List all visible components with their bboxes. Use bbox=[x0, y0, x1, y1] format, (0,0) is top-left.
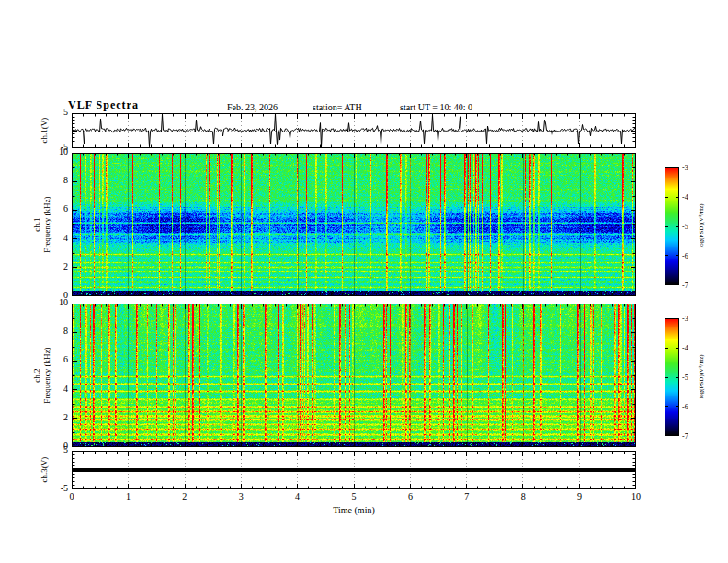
x-tick-label: 5 bbox=[352, 492, 357, 501]
vlf-plot-window: VLF Spectra Feb. 23, 2026 station= ATH s… bbox=[0, 0, 728, 563]
colorbar-tick-label: -3 bbox=[682, 315, 688, 323]
x-tick-label: 1 bbox=[126, 492, 131, 501]
colorbar-tick-label: -5 bbox=[682, 223, 688, 231]
ch1-waveform-plot bbox=[72, 113, 636, 148]
colorbar1-label: log(PSD)(V²/Hz) bbox=[697, 167, 707, 285]
colorbar-tick-label: -5 bbox=[682, 373, 688, 382]
start-ut-label: start UT = 10: 40: 0 bbox=[400, 102, 472, 112]
y-tick-label: 2 bbox=[63, 262, 68, 271]
plot-title: VLF Spectra bbox=[68, 98, 139, 112]
colorbar-tick-label: -4 bbox=[682, 344, 688, 352]
station-label: station= ATH bbox=[313, 102, 362, 112]
y-tick-label: 4 bbox=[63, 385, 68, 394]
colorbar-tick-label: -4 bbox=[682, 193, 688, 201]
y-tick-label: 10 bbox=[59, 298, 68, 307]
y-tick-label: 2 bbox=[63, 413, 68, 422]
x-tick-label: 6 bbox=[408, 492, 413, 501]
colorbar-tick-label: -3 bbox=[682, 164, 688, 172]
y-tick-label: 5 bbox=[63, 108, 68, 117]
ch3-voltage-ylabel: ch.3(V) bbox=[40, 433, 50, 507]
ylabel-line: Frequency (kHz) bbox=[42, 306, 52, 444]
y-tick-label: -5 bbox=[61, 484, 68, 493]
x-axis-label: Time (min) bbox=[333, 505, 374, 515]
y-tick-label: 8 bbox=[63, 176, 68, 185]
x-tick-label: 7 bbox=[464, 492, 469, 501]
ch2-spectrogram bbox=[72, 304, 636, 447]
x-tick-label: 4 bbox=[295, 492, 300, 501]
x-tick-label: 9 bbox=[577, 492, 582, 501]
y-tick-label: 10 bbox=[59, 147, 68, 156]
colorbar-tick-label: -6 bbox=[682, 252, 688, 260]
colorbar-tick-label: -6 bbox=[682, 403, 688, 411]
colorbar-ch2 bbox=[665, 318, 679, 436]
ch3-waveform-plot bbox=[72, 451, 636, 489]
y-tick-label: 0 bbox=[63, 442, 68, 451]
y-tick-label: 6 bbox=[63, 204, 68, 213]
colorbar2-label: log(PSD)(V²/Hz) bbox=[697, 318, 707, 436]
x-tick-label: 3 bbox=[239, 492, 244, 501]
x-tick-label: 2 bbox=[182, 492, 187, 501]
x-tick-label: 0 bbox=[70, 492, 74, 501]
ch1-spectrogram bbox=[72, 153, 636, 296]
ch2-spectrogram-ylabel: ch.2 Frequency (kHz) bbox=[32, 306, 52, 444]
y-tick-label: 8 bbox=[63, 327, 68, 336]
y-tick-label: 6 bbox=[63, 355, 68, 364]
plot-date: Feb. 23, 2026 bbox=[227, 102, 278, 112]
y-tick-label: 4 bbox=[63, 234, 68, 243]
colorbar-tick-label: -7 bbox=[682, 282, 688, 290]
x-tick-label: 8 bbox=[521, 492, 526, 501]
ylabel-line: ch.1 bbox=[32, 155, 42, 293]
ylabel-line: ch.2 bbox=[32, 306, 42, 444]
ylabel-line: Frequency (kHz) bbox=[42, 155, 52, 293]
colorbar-tick-label: -7 bbox=[682, 432, 688, 441]
x-tick-label: 10 bbox=[631, 492, 641, 501]
colorbar-ch1 bbox=[665, 167, 679, 285]
ch1-spectrogram-ylabel: ch.1 Frequency (kHz) bbox=[32, 155, 52, 293]
